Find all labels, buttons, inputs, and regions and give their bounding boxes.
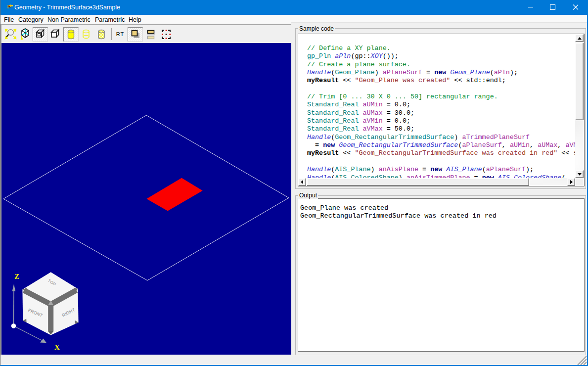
svg-text:X: X (54, 343, 60, 351)
svg-text:Z: Z (14, 273, 19, 280)
